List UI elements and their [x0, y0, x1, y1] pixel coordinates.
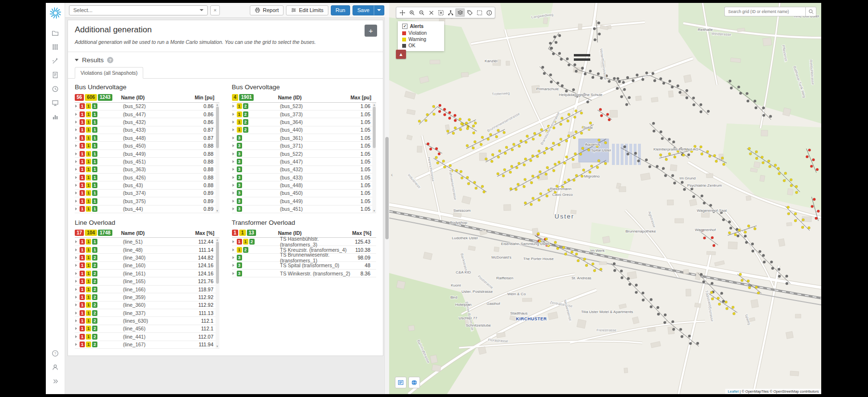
run-button[interactable]: Run — [331, 5, 350, 15]
expand-row-icon[interactable] — [75, 264, 77, 267]
expand-row-icon[interactable] — [232, 184, 234, 187]
table-row[interactable]: 112(line_337)111.13 — [75, 309, 219, 317]
expand-row-icon[interactable] — [232, 152, 234, 155]
expand-row-icon[interactable] — [75, 319, 77, 322]
expand-row-icon[interactable] — [75, 168, 77, 171]
help-icon[interactable]: ? — [49, 347, 62, 359]
collapse-sidebar-icon[interactable] — [49, 375, 62, 387]
history-icon[interactable] — [49, 83, 62, 95]
expand-row-icon[interactable] — [75, 327, 77, 330]
table-row[interactable]: 111(bus_447)0.86 — [75, 110, 219, 118]
table-row[interactable]: 12(bus_523)1.06 — [232, 103, 377, 110]
expand-row-icon[interactable] — [232, 200, 234, 203]
table-row[interactable]: 111(bus_448)0.87 — [75, 134, 219, 142]
table-row[interactable]: 112TS Hasenbühlstr. (transformers_3)125.… — [232, 238, 377, 246]
expand-row-icon[interactable] — [75, 128, 77, 131]
alerts-checkbox[interactable]: ✓ — [402, 24, 407, 29]
table-row[interactable]: 3(bus_433)1.05 — [232, 174, 377, 181]
table-row[interactable]: 3(bus_450)1.05 — [232, 190, 377, 197]
expand-row-icon[interactable] — [75, 240, 77, 243]
table-row[interactable]: 111(bus_433)0.87 — [75, 126, 219, 134]
table-scrollbar[interactable]: ▲▼ — [216, 103, 219, 213]
expand-row-icon[interactable] — [75, 105, 77, 108]
grid-icon[interactable] — [49, 41, 62, 53]
value-column-header[interactable]: Max [%] — [195, 230, 215, 236]
expand-row-icon[interactable] — [75, 207, 77, 210]
grid-search-button[interactable] — [805, 7, 816, 16]
expand-row-icon[interactable] — [75, 296, 77, 299]
expand-row-icon[interactable] — [75, 113, 77, 116]
table-row[interactable]: 111(bus_426)0.88 — [75, 174, 219, 181]
map-tool-clear-selection-icon[interactable] — [426, 8, 436, 17]
table-row[interactable]: 111(bus_522)0.86 — [75, 103, 219, 110]
map-panel[interactable]: LangweidwegWinterthurerstrasseWeidstrass… — [389, 3, 821, 394]
name-column-header[interactable]: Name (ID) — [278, 230, 302, 236]
user-icon[interactable] — [49, 361, 62, 373]
table-row[interactable]: 112(lines_630)112.1 — [75, 317, 219, 325]
table-row[interactable]: 111(bus_450)0.88 — [75, 142, 219, 150]
map-tool-box-select-icon[interactable] — [475, 8, 484, 17]
map-tool-info-icon[interactable] — [484, 8, 494, 17]
clear-selection-button[interactable]: × — [210, 5, 220, 15]
main-scrollbar-thumb[interactable] — [385, 137, 389, 239]
table-row[interactable]: 3TS Winikerstr. (transformers_2)8.36 — [232, 270, 377, 277]
table-row[interactable]: 3TS Brunnenwiesenstr. (transformers_1)98… — [232, 254, 377, 261]
add-generation-button[interactable]: + — [365, 25, 377, 37]
expand-row-icon[interactable] — [75, 312, 77, 315]
value-column-header[interactable]: Max [pu] — [351, 95, 371, 100]
map-tool-tag-icon[interactable] — [465, 8, 475, 17]
expand-row-icon[interactable] — [75, 343, 77, 346]
table-row[interactable]: 112(line_166)118.97 — [75, 286, 219, 293]
table-row[interactable]: 111(bus_375)0.89 — [75, 197, 219, 205]
expand-row-icon[interactable] — [232, 121, 234, 123]
table-row[interactable]: 12(bus_440)1.05 — [232, 126, 377, 134]
map-corner-list-icon[interactable] — [395, 377, 407, 388]
expand-row-icon[interactable] — [232, 207, 234, 210]
grid-search-input[interactable] — [724, 7, 805, 16]
expand-row-icon[interactable] — [75, 160, 77, 163]
table-row[interactable]: 112(line_340)144.82 — [75, 254, 219, 261]
save-dropdown-button[interactable] — [374, 5, 384, 15]
expand-row-icon[interactable] — [75, 288, 77, 291]
table-row[interactable]: 3(bus_361)1.05 — [232, 134, 377, 142]
table-scrollbar[interactable]: ▲▼ — [372, 103, 376, 213]
table-row[interactable]: 3(bus_432)1.05 — [232, 166, 377, 174]
table-row[interactable]: 111(bus_43)0.88 — [75, 181, 219, 189]
main-scrollbar[interactable] — [384, 17, 389, 394]
expand-row-icon[interactable] — [232, 168, 234, 171]
panel-collapse-handle[interactable]: ‹ — [389, 169, 394, 180]
expand-row-icon[interactable] — [232, 160, 234, 163]
expand-row-icon[interactable] — [75, 248, 77, 251]
name-column-header[interactable]: Name (ID) — [278, 95, 302, 100]
help-icon[interactable]: ? — [107, 57, 113, 63]
map-tool-network-icon[interactable] — [446, 8, 455, 17]
expand-row-icon[interactable] — [232, 272, 234, 275]
table-row[interactable]: 112(line_161)124.16 — [75, 270, 219, 277]
table-row[interactable]: 112(line_165)121.76 — [75, 277, 219, 285]
table-scrollbar[interactable]: ▲▼ — [216, 238, 219, 348]
table-row[interactable]: 111(bus_451)0.88 — [75, 158, 219, 165]
table-row[interactable]: 112(line_160)124.16 — [75, 262, 219, 270]
tools-icon[interactable] — [49, 55, 62, 67]
expand-row-icon[interactable] — [75, 144, 77, 147]
expand-row-icon[interactable] — [232, 264, 234, 267]
map-tool-box-clear-icon[interactable] — [436, 8, 446, 17]
report-icon[interactable] — [49, 69, 62, 81]
expand-row-icon[interactable] — [75, 176, 77, 179]
map-corner-globe-icon[interactable] — [408, 377, 420, 388]
report-button[interactable]: Report — [250, 5, 284, 15]
table-row[interactable]: 3(bus_449)1.05 — [232, 197, 377, 205]
name-column-header[interactable]: Name (ID) — [121, 230, 145, 236]
leaflet-link[interactable]: Leaflet — [728, 389, 739, 394]
save-button[interactable]: Save — [353, 5, 374, 15]
map-tool-zoom-in-icon[interactable] — [407, 8, 417, 17]
table-row[interactable]: 3(bus_451)1.05 — [232, 205, 377, 213]
expand-row-icon[interactable] — [232, 248, 234, 251]
map-tool-zoom-out-icon[interactable] — [417, 8, 426, 17]
scenario-select[interactable]: Select... — [69, 5, 208, 15]
table-row[interactable]: 111(bus_374)0.89 — [75, 190, 219, 197]
chart-icon[interactable] — [49, 111, 62, 123]
expand-row-icon[interactable] — [232, 137, 234, 139]
monitor-icon[interactable] — [49, 97, 62, 109]
table-row[interactable]: 12(bus_364)1.05 — [232, 118, 377, 126]
